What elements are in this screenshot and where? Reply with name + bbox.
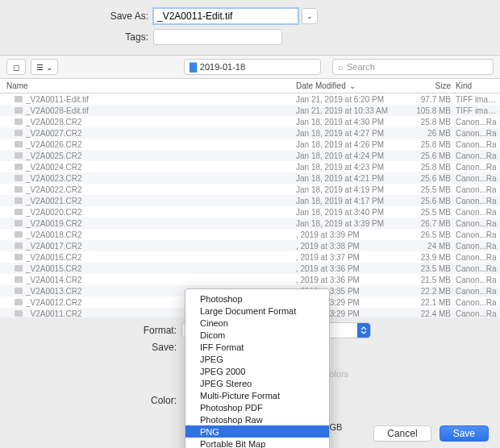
file-kind: Canon...Ra bbox=[456, 230, 500, 239]
file-browser: Name Date Modified⌄ Size Kind _V2A0011-E… bbox=[0, 79, 500, 317]
file-row[interactable]: _V2A0024.CR2Jan 18, 2019 at 4:23 PM25.8 … bbox=[0, 161, 500, 172]
format-option[interactable]: IFF Format bbox=[185, 341, 329, 353]
file-kind: Canon...Ra bbox=[456, 219, 500, 228]
file-kind: Canon...Ra bbox=[456, 264, 500, 273]
file-date: Jan 21, 2019 at 6:20 PM bbox=[296, 95, 409, 104]
format-option[interactable]: PNG bbox=[185, 425, 329, 438]
file-date: , 2019 at 3:39 PM bbox=[296, 230, 409, 239]
format-option[interactable]: Multi-Picture Format bbox=[185, 389, 329, 401]
file-row[interactable]: _V2A0027.CR2Jan 18, 2019 at 4:27 PM26 MB… bbox=[0, 127, 500, 139]
file-size: 25.8 MB bbox=[409, 118, 456, 127]
file-icon bbox=[15, 220, 23, 226]
format-option[interactable]: Photoshop Raw bbox=[185, 413, 329, 425]
file-size: 97.7 MB bbox=[409, 95, 456, 104]
save-dialog: Save As: ⌄ Tags: ◻ ☰ ⌄ ▇ 2019-01-18 ⌕ Se… bbox=[0, 0, 500, 448]
col-kind[interactable]: Kind bbox=[456, 81, 500, 90]
history-dropdown-button[interactable]: ⌄ bbox=[302, 8, 318, 24]
file-row[interactable]: _V2A0025.CR2Jan 18, 2019 at 4:24 PM25.6 … bbox=[0, 150, 500, 161]
file-row[interactable]: _V2A0015.CR2, 2019 at 3:36 PM23.5 MBCano… bbox=[0, 263, 500, 274]
file-list[interactable]: _V2A0011-Edit.tifJan 21, 2019 at 6:20 PM… bbox=[0, 93, 500, 317]
file-size: 21.5 MB bbox=[409, 276, 456, 284]
format-option[interactable]: Dicom bbox=[185, 329, 329, 341]
file-name: _V2A0018.CR2 bbox=[26, 230, 296, 239]
format-option[interactable]: JPEG 2000 bbox=[185, 365, 329, 377]
file-date: , 2019 at 3:37 PM bbox=[296, 253, 409, 262]
file-row[interactable]: _V2A0020.CR2Jan 18, 2019 at 3:40 PM25.5 … bbox=[0, 206, 500, 218]
file-row[interactable]: _V2A0011-Edit.tifJan 21, 2019 at 6:20 PM… bbox=[0, 93, 500, 105]
folder-popup[interactable]: ▇ 2019-01-18 bbox=[184, 59, 321, 75]
file-date: Jan 18, 2019 at 4:23 PM bbox=[296, 163, 409, 172]
file-icon bbox=[15, 107, 23, 114]
file-date: Jan 18, 2019 at 4:30 PM bbox=[296, 118, 409, 127]
file-date: , 2019 at 3:36 PM bbox=[296, 276, 409, 284]
file-row[interactable]: _V2A0018.CR2, 2019 at 3:39 PM26.5 MBCano… bbox=[0, 229, 500, 240]
file-row[interactable]: _V2A0028-Edit.tifJan 21, 2019 at 10:33 A… bbox=[0, 105, 500, 116]
file-kind: Canon...Ra bbox=[456, 151, 500, 160]
file-kind: Canon...Ra bbox=[456, 208, 500, 217]
file-date: Jan 18, 2019 at 4:26 PM bbox=[296, 140, 409, 149]
col-date[interactable]: Date Modified⌄ bbox=[296, 81, 409, 90]
col-name[interactable]: Name bbox=[0, 81, 296, 90]
file-row[interactable]: _V2A0017.CR2, 2019 at 3:38 PM24 MBCanon.… bbox=[0, 240, 500, 251]
file-date: Jan 18, 2019 at 4:21 PM bbox=[296, 174, 409, 183]
file-date: Jan 18, 2019 at 3:40 PM bbox=[296, 208, 409, 217]
file-name: _V2A0020.CR2 bbox=[26, 208, 296, 217]
file-name: _V2A0025.CR2 bbox=[26, 151, 296, 160]
file-date: Jan 21, 2019 at 10:33 AM bbox=[296, 106, 409, 115]
file-size: 24 MB bbox=[409, 242, 456, 251]
file-icon bbox=[15, 130, 23, 136]
nav-back-button[interactable]: ◻ bbox=[6, 59, 26, 75]
view-mode-button[interactable]: ☰ ⌄ bbox=[31, 59, 58, 75]
file-row[interactable]: _V2A0026.CR2Jan 18, 2019 at 4:26 PM25.8 … bbox=[0, 139, 500, 150]
file-name: _V2A0015.CR2 bbox=[26, 264, 296, 273]
file-date: , 2019 at 3:36 PM bbox=[296, 264, 409, 273]
col-size[interactable]: Size bbox=[409, 81, 456, 90]
format-option[interactable]: Portable Bit Map bbox=[185, 438, 329, 448]
file-row[interactable]: _V2A0028.CR2Jan 18, 2019 at 4:30 PM25.8 … bbox=[0, 116, 500, 127]
file-icon bbox=[15, 96, 23, 102]
file-icon bbox=[15, 164, 23, 170]
search-field[interactable]: ⌕ Search bbox=[332, 59, 494, 75]
file-icon bbox=[15, 197, 23, 204]
file-row[interactable]: _V2A0019.CR2Jan 18, 2019 at 3:39 PM26.7 … bbox=[0, 218, 500, 229]
file-row[interactable]: _V2A0016.CR2, 2019 at 3:37 PM23.9 MBCano… bbox=[0, 251, 500, 263]
column-headers[interactable]: Name Date Modified⌄ Size Kind bbox=[0, 79, 500, 93]
format-option[interactable]: Photoshop bbox=[185, 292, 329, 305]
dialog-footer: Cancel Save bbox=[373, 425, 489, 442]
file-size: 25.6 MB bbox=[409, 174, 456, 183]
file-name: _V2A0028.CR2 bbox=[26, 118, 296, 127]
format-option[interactable]: Photoshop PDF bbox=[185, 401, 329, 413]
file-date: Jan 18, 2019 at 4:19 PM bbox=[296, 185, 409, 194]
file-icon bbox=[15, 209, 23, 215]
tags-input[interactable] bbox=[153, 29, 282, 45]
search-placeholder: Search bbox=[347, 62, 375, 72]
format-option[interactable]: Cineon bbox=[185, 317, 329, 329]
save-button[interactable]: Save bbox=[440, 425, 489, 442]
cancel-button[interactable]: Cancel bbox=[373, 425, 431, 442]
file-kind: Canon...Ra bbox=[456, 242, 500, 251]
format-option[interactable]: Large Document Format bbox=[185, 305, 329, 317]
file-kind: Canon...Ra bbox=[456, 163, 500, 172]
file-icon bbox=[15, 310, 23, 317]
file-row[interactable]: _V2A0022.CR2Jan 18, 2019 at 4:19 PM25.5 … bbox=[0, 184, 500, 195]
format-option[interactable]: JPEG Stereo bbox=[185, 377, 329, 389]
file-size: 23.5 MB bbox=[409, 264, 456, 273]
file-size: 23.9 MB bbox=[409, 253, 456, 262]
file-kind: Canon...Ra bbox=[456, 118, 500, 127]
file-row[interactable]: _V2A0014.CR2, 2019 at 3:36 PM21.5 MBCano… bbox=[0, 274, 500, 285]
chevron-down-icon: ⌄ bbox=[306, 12, 313, 20]
file-icon bbox=[15, 265, 23, 272]
save-as-input[interactable] bbox=[153, 8, 298, 24]
file-size: 25.8 MB bbox=[409, 140, 456, 149]
file-icon bbox=[15, 299, 23, 305]
format-popup-menu[interactable]: PhotoshopLarge Document FormatCineonDico… bbox=[185, 288, 330, 448]
file-row[interactable]: _V2A0021.CR2Jan 18, 2019 at 4:17 PM25.6 … bbox=[0, 195, 500, 206]
format-option[interactable]: JPEG bbox=[185, 353, 329, 365]
file-name: _V2A0014.CR2 bbox=[26, 276, 296, 284]
file-name: _V2A0021.CR2 bbox=[26, 197, 296, 205]
file-size: 105.8 MB bbox=[409, 106, 456, 115]
file-kind: Canon...Ra bbox=[456, 309, 500, 318]
file-kind: TIFF image bbox=[456, 106, 500, 115]
file-row[interactable]: _V2A0023.CR2Jan 18, 2019 at 4:21 PM25.6 … bbox=[0, 172, 500, 184]
search-icon: ⌕ bbox=[338, 62, 344, 72]
